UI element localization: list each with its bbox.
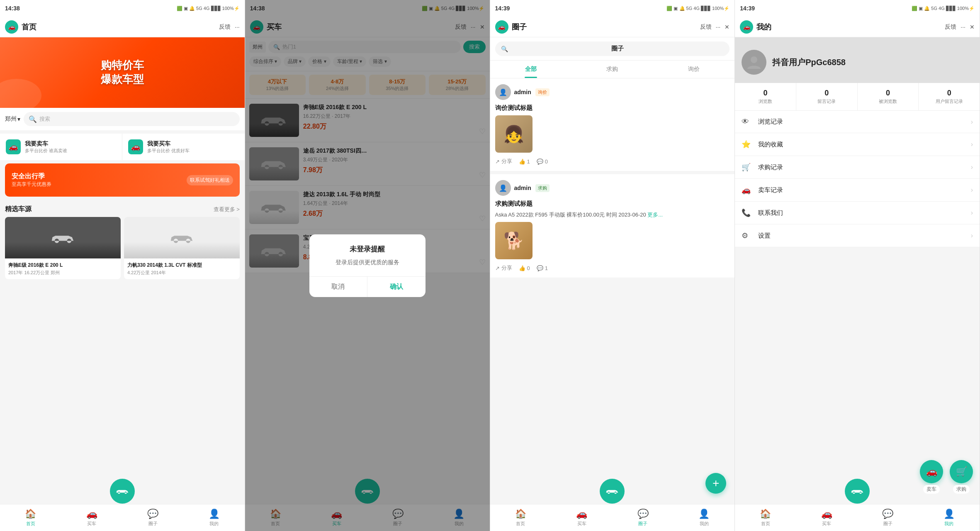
nav-buy-circle[interactable]: 🚗 买车 <box>551 509 612 527</box>
modal-actions: 取消 确认 <box>309 276 426 297</box>
tab-seek[interactable]: 求购 <box>571 61 653 78</box>
modal-box: 未登录提醒 登录后提供更优质的服务 取消 确认 <box>309 234 426 297</box>
tab-all[interactable]: 全部 <box>490 61 572 78</box>
circle-label: 圈子 <box>148 521 158 527</box>
feedback-btn-my[interactable]: 反馈 <box>945 23 956 31</box>
tab-inquiry[interactable]: 询价 <box>653 61 735 78</box>
nav-title-my: 我的 <box>756 22 945 32</box>
modal-overlay: 未登录提醒 登录后提供更优质的服务 取消 确认 <box>245 0 490 531</box>
search-placeholder-home: 搜索 <box>39 115 50 123</box>
post-tag-0: 询价 <box>535 88 550 96</box>
collect-icon: ⭐ <box>742 140 753 149</box>
close-btn-circle[interactable]: ✕ <box>725 24 730 30</box>
post-actions-0: ↗ 分享 👍 1 💬 0 <box>495 158 730 165</box>
share-btn-1[interactable]: ↗ 分享 <box>495 264 512 272</box>
browse-label: 浏览记录 <box>758 118 970 126</box>
my-username: 抖音用户PpGc6858 <box>772 57 846 68</box>
sell-car-action[interactable]: 🚗 我要卖车 多平台比价 谁高卖谁 <box>0 134 122 160</box>
menu-seek[interactable]: 🛒 求购记录 › <box>735 156 980 179</box>
modal-confirm-btn[interactable]: 确认 <box>367 277 426 297</box>
more-btn-my[interactable]: ··· <box>961 24 965 30</box>
nav-actions-home: 反馈 ··· <box>219 23 240 31</box>
like-btn-1[interactable]: 👍 0 <box>519 265 530 271</box>
more-link-1[interactable]: 更多... <box>647 212 663 218</box>
car-img-0 <box>5 217 121 258</box>
svg-point-0 <box>751 56 757 63</box>
nav-circle-home[interactable]: 💬 圈子 <box>122 509 183 527</box>
car-info-0: 奔驰E级 2016款 E 200 L 2017年 16.22万公里 郑州 <box>5 258 121 279</box>
share-icon-0: ↗ <box>495 158 500 165</box>
time-circle: 14:39 <box>495 5 510 12</box>
car-card-1[interactable]: 力帆330 2014款 1.3L CVT 标准型 4.22万公里 2014年 <box>124 217 240 279</box>
quanzi-search-box[interactable]: 🔍 圈子 <box>495 41 730 56</box>
modal-cancel-btn[interactable]: 取消 <box>309 277 368 297</box>
feedback-btn-home[interactable]: 反馈 <box>219 23 231 31</box>
search-area-home: 郑州▾ 🔍 搜索 <box>0 108 245 130</box>
nav-home-circle[interactable]: 🏠 首页 <box>490 509 551 527</box>
section-title: 精选车源 <box>5 205 32 214</box>
quanzi-search: 🔍 圈子 <box>490 37 735 61</box>
nav-my-my[interactable]: 👤 我的 <box>919 509 980 527</box>
feedback-btn-circle[interactable]: 反馈 <box>700 23 712 31</box>
menu-settings[interactable]: ⚙ 设置 › <box>735 224 980 247</box>
city-selector-home[interactable]: 郑州▾ <box>5 115 20 123</box>
post-0: 👤 admin 询价 询价测试标题 👧 ↗ 分享 👍 <box>490 78 735 171</box>
nav-title-home: 首页 <box>22 22 219 32</box>
sell-icon: 🚗 <box>6 139 21 154</box>
my-stats: 0 浏览数 0 留言记录 0 被浏览数 0 用户留言记录 <box>735 83 980 111</box>
menu-sell[interactable]: 🚗 卖车记录 › <box>735 179 980 202</box>
nav-circle-my[interactable]: 💬 圈子 <box>857 509 918 527</box>
home-icon: 🏠 <box>25 509 36 519</box>
nav-my-circle[interactable]: 👤 我的 <box>674 509 734 527</box>
status-bar-circle: 14:39 🟩 ▣ 🔔 5G 4G ▊▊▊ 100%⚡ <box>490 0 735 17</box>
nav-my-home[interactable]: 👤 我的 <box>183 509 244 527</box>
status-icons-circle: 🟩 ▣ 🔔 5G 4G ▊▊▊ 100%⚡ <box>666 6 730 11</box>
post-username-0: admin <box>514 89 531 95</box>
sell-car-arrow: › <box>971 186 973 194</box>
settings-label: 设置 <box>758 232 970 240</box>
my-fab-area: 🚗 卖车 🛒 求购 <box>920 460 973 494</box>
menu-browse[interactable]: 👁 浏览记录 › <box>735 111 980 133</box>
sell-fab-btn[interactable]: 🚗 <box>920 460 943 483</box>
sell-car-icon: 🚗 <box>742 185 753 195</box>
more-btn-home[interactable]: ··· <box>235 24 240 30</box>
car-info-1: 力帆330 2014款 1.3L CVT 标准型 4.22万公里 2014年 <box>124 258 240 279</box>
promo-link[interactable]: 联系试驾好礼相送 <box>187 175 233 185</box>
post-actions-1: ↗ 分享 👍 0 💬 1 <box>495 264 730 272</box>
logo-home: 🚗 <box>5 20 18 34</box>
fab-add[interactable]: + <box>705 473 726 494</box>
modal-title: 未登录提醒 <box>318 244 417 254</box>
nav-buy-home[interactable]: 🚗 买车 <box>61 509 122 527</box>
nav-buy-my[interactable]: 🚗 买车 <box>796 509 857 527</box>
panel-my: 14:39 🟩 ▣ 🔔 5G 4G ▊▊▊ 100%⚡ 🚗 我的 反馈 ··· … <box>735 0 980 531</box>
menu-contact[interactable]: 📞 联系我们 › <box>735 202 980 224</box>
nav-circle-circle[interactable]: 💬 圈子 <box>612 509 673 527</box>
my-fab-row: 🚗 卖车 🛒 求购 <box>920 460 973 494</box>
collect-label: 我的收藏 <box>758 141 970 149</box>
home-label: 首页 <box>26 521 35 527</box>
circle-icon: 💬 <box>147 509 158 519</box>
like-btn-0[interactable]: 👍 1 <box>519 158 530 165</box>
comment-btn-1[interactable]: 💬 1 <box>537 265 548 271</box>
nav-home-home[interactable]: 🏠 首页 <box>0 509 61 527</box>
more-btn-circle[interactable]: ··· <box>716 24 721 30</box>
comment-icon-0: 💬 <box>537 158 543 165</box>
panel-buy: 14:38 🟩 ▣ 🔔 5G 4G ▊▊▊ 100%⚡ 🚗 买车 反馈 ··· … <box>245 0 490 531</box>
panel-circle: 14:39 🟩 ▣ 🔔 5G 4G ▊▊▊ 100%⚡ 🚗 圈子 反馈 ··· … <box>490 0 735 531</box>
time-my: 14:39 <box>740 5 755 12</box>
buy-car-action[interactable]: 🚗 我要买车 多平台比价 优质好车 <box>122 134 244 160</box>
car-card-0[interactable]: 奔驰E级 2016款 E 200 L 2017年 16.22万公里 郑州 <box>5 217 121 279</box>
share-btn-0[interactable]: ↗ 分享 <box>495 158 512 165</box>
section-more[interactable]: 查看更多 > <box>214 206 240 213</box>
search-box-home[interactable]: 🔍 搜索 <box>24 112 240 126</box>
my-stat-0: 0 浏览数 <box>735 83 796 110</box>
post-desc-1: Aska A5 2022款 F595 手动版 裸车价100.00元 时间 202… <box>495 211 730 219</box>
post-1: 👤 admin 求购 求购测试标题 Aska A5 2022款 F595 手动版… <box>490 174 735 278</box>
nav-home-my[interactable]: 🏠 首页 <box>735 509 796 527</box>
quick-actions: 🚗 我要卖车 多平台比价 谁高卖谁 🚗 我要买车 多平台比价 优质好车 <box>0 134 245 160</box>
buy-fab-btn[interactable]: 🛒 <box>950 460 973 483</box>
comment-btn-0[interactable]: 💬 0 <box>537 158 548 165</box>
close-btn-my[interactable]: ✕ <box>970 24 975 30</box>
logo-my: 🚗 <box>740 20 753 34</box>
menu-collect[interactable]: ⭐ 我的收藏 › <box>735 133 980 156</box>
